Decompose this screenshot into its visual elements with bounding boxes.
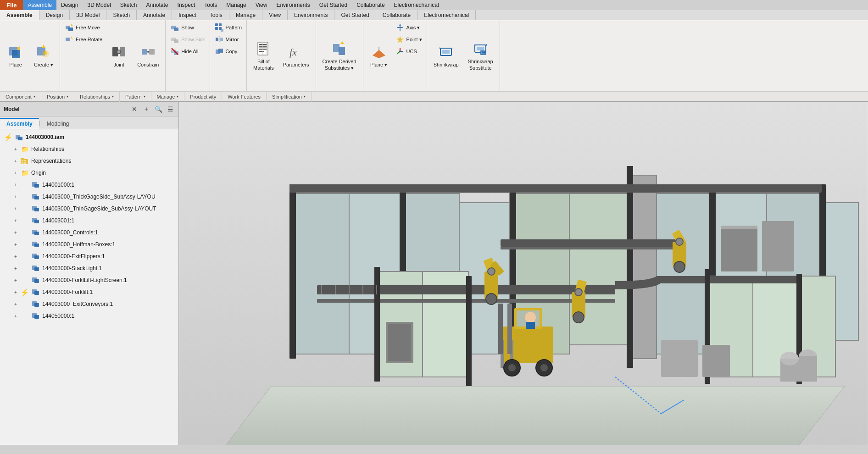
tree-item-7[interactable]: +⚡ 144003000-StackLight:1 xyxy=(0,262,178,274)
viewport[interactable] xyxy=(179,102,868,454)
ribbon-tab-annotate[interactable]: Annotate xyxy=(137,10,172,20)
representations-label: Representations xyxy=(31,158,71,164)
tree-item-3[interactable]: +⚡ 144003001:1 xyxy=(0,215,178,227)
ribbon-tab-manage[interactable]: Manage xyxy=(229,10,262,20)
expand-origin[interactable]: + xyxy=(13,170,18,176)
menu-item-environments[interactable]: Environments xyxy=(272,0,314,10)
menu-item-sketch[interactable]: Sketch xyxy=(116,0,142,10)
ribbon-tab-3d-model[interactable]: 3D Model xyxy=(70,10,106,20)
pattern-footer[interactable]: Pattern ▾ xyxy=(120,92,151,102)
expand-relationships[interactable]: + xyxy=(13,146,18,152)
place-icon xyxy=(6,43,25,61)
bill-of-materials-button[interactable]: Bill ofMaterials xyxy=(250,22,278,89)
panel-search-button[interactable]: 🔍 xyxy=(154,105,163,114)
menu-item-electromechanical[interactable]: Electromechanical xyxy=(389,0,444,10)
expand-icon-7[interactable]: + xyxy=(13,266,18,271)
expand-icon-8[interactable]: + xyxy=(13,277,18,283)
expand-icon-0[interactable]: + xyxy=(13,182,18,188)
ribbon-tab-view[interactable]: View xyxy=(262,10,288,20)
ribbon-tab-design[interactable]: Design xyxy=(39,10,70,20)
ucs-button[interactable]: UCS xyxy=(394,46,424,57)
tree-item-5[interactable]: +⚡ 144003000_Hoffman-Boxes:1 xyxy=(0,238,178,250)
menu-item-inspect[interactable]: Inspect xyxy=(173,0,200,10)
panel-plus-button[interactable]: ＋ xyxy=(142,105,151,114)
panel-close-button[interactable]: ✕ xyxy=(130,105,139,114)
shrinkwrap-sub-button[interactable]: S ShrinkwrapSubstitute xyxy=(464,22,497,89)
panel-menu-button[interactable]: ☰ xyxy=(166,105,175,114)
ribbon-tab-get-started[interactable]: Get Started xyxy=(334,10,376,20)
ribbon-group-productivity-content: Create DerivedSubstitutes ▾ xyxy=(319,22,360,90)
ribbon-tab-tools[interactable]: Tools xyxy=(203,10,229,20)
menu-item-collaborate[interactable]: Collaborate xyxy=(352,0,389,10)
create-button[interactable]: Create ▾ xyxy=(30,22,57,89)
expand-icon-9[interactable]: + xyxy=(13,289,18,295)
tree-item-representations[interactable]: + Representations xyxy=(0,155,178,167)
tree-item-origin[interactable]: + 📁 Origin xyxy=(0,167,178,179)
work-features-footer[interactable]: Work Features xyxy=(222,92,267,102)
menu-item-get-started[interactable]: Get Started xyxy=(315,0,352,10)
axis-button[interactable]: Axis ▾ xyxy=(394,22,424,33)
component-footer[interactable]: Component ▾ xyxy=(0,92,41,102)
show-button[interactable]: Show xyxy=(168,22,206,33)
menu-item-annotate[interactable]: Annotate xyxy=(142,0,173,10)
ribbon-group-position-content: Free Move Free Rotate xyxy=(63,22,162,90)
tree-item-6[interactable]: +⚡ 144003000-ExitFlippers:1 xyxy=(0,250,178,262)
tab-assembly[interactable]: Assembly xyxy=(0,118,39,129)
expand-icon-10[interactable]: + xyxy=(13,301,18,307)
create-derived-button[interactable]: Create DerivedSubstitutes ▾ xyxy=(319,22,360,89)
expand-icon-1[interactable]: + xyxy=(13,194,18,199)
tree-item-11[interactable]: +⚡ 144050000:1 xyxy=(0,310,178,322)
file-menu-button[interactable]: File xyxy=(0,0,23,10)
copy-button[interactable]: Copy xyxy=(213,46,244,57)
plane-button[interactable]: Plane ▾ xyxy=(366,22,392,89)
tree-item-1[interactable]: +⚡ 144003000_ThickGageSide_SubAssy-LAYOU xyxy=(0,191,178,203)
parameters-button[interactable]: fx Parameters xyxy=(279,22,313,89)
position-footer[interactable]: Position ▾ xyxy=(41,92,74,102)
productivity-footer[interactable]: Productivity xyxy=(184,92,222,102)
shrinkwrap-button[interactable]: Shrinkwrap xyxy=(430,22,462,89)
show-sick-button[interactable]: Show Sick xyxy=(168,34,206,45)
place-button[interactable]: Place xyxy=(3,22,28,89)
tree-item-8[interactable]: +⚡ 144003000-ForklLift-LightScreen:1 xyxy=(0,274,178,286)
tree-item-root[interactable]: ⚡ 144003000.iam xyxy=(0,131,178,143)
menu-item-design[interactable]: Design xyxy=(56,0,83,10)
tree-item-10[interactable]: +⚡ 144003000_ExitConveyors:1 xyxy=(0,298,178,310)
expand-icon-5[interactable]: + xyxy=(13,242,18,247)
mirror-button[interactable]: Mirror xyxy=(213,34,244,45)
free-rotate-button[interactable]: Free Rotate xyxy=(63,34,104,45)
menu-item-manage[interactable]: Manage xyxy=(222,0,250,10)
point-button[interactable]: Point ▾ xyxy=(394,34,424,45)
ribbon-tab-inspect[interactable]: Inspect xyxy=(172,10,203,20)
ribbon-tab-environments[interactable]: Environments xyxy=(288,10,334,20)
expand-icon-11[interactable]: + xyxy=(13,313,18,319)
pattern-button[interactable]: Pattern xyxy=(213,22,244,33)
ribbon-tab-assemble[interactable]: Assemble xyxy=(0,10,39,20)
tree-item-0[interactable]: +⚡ 144001000:1 xyxy=(0,179,178,191)
tree-item-9[interactable]: +⚡ 144003000-Forklift:1 xyxy=(0,286,178,298)
expand-icon-2[interactable]: + xyxy=(13,206,18,211)
svg-rect-41 xyxy=(259,49,267,50)
simplification-footer[interactable]: Simplification ▾ xyxy=(267,92,312,102)
constrain-button[interactable]: Constrain xyxy=(134,22,162,89)
expand-icon-3[interactable]: + xyxy=(13,218,18,223)
menu-item-3d-model[interactable]: 3D Model xyxy=(83,0,115,10)
ribbon-tab-electromechanical[interactable]: Electromechanical xyxy=(417,10,476,20)
relationships-footer[interactable]: Relationships ▾ xyxy=(74,92,120,102)
ribbon-tab-sketch[interactable]: Sketch xyxy=(106,10,137,20)
expand-icon-4[interactable]: + xyxy=(13,230,18,235)
tree-item-relationships[interactable]: + 📁 Relationships xyxy=(0,143,178,155)
ribbon-tab-collaborate[interactable]: Collaborate xyxy=(376,10,417,20)
expand-icon-6[interactable]: + xyxy=(13,254,18,259)
tab-modeling[interactable]: Modeling xyxy=(40,118,76,129)
manage-footer[interactable]: Manage ▾ xyxy=(151,92,185,102)
free-move-button[interactable]: Free Move xyxy=(63,22,104,33)
menu-item-assemble[interactable]: Assemble xyxy=(23,0,56,10)
expand-representations[interactable]: + xyxy=(13,158,18,164)
menu-item-view[interactable]: View xyxy=(251,0,272,10)
menu-item-tools[interactable]: Tools xyxy=(200,0,222,10)
joint-button[interactable]: Joint xyxy=(106,22,132,89)
tree-item-4[interactable]: +⚡ 144003000_Controls:1 xyxy=(0,227,178,238)
hide-all-button[interactable]: Hide All xyxy=(168,46,206,57)
tree-item-2[interactable]: +⚡ 144003000_ThinGageSide_SubAssy-LAYOUT xyxy=(0,203,178,215)
svg-rect-11 xyxy=(66,38,70,41)
